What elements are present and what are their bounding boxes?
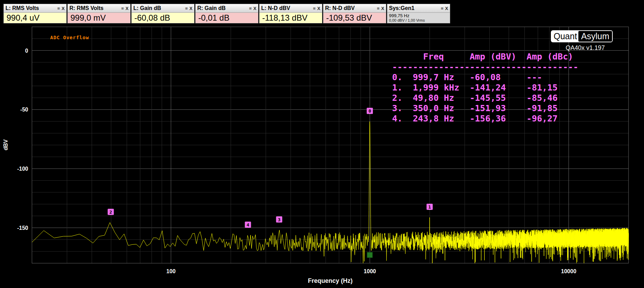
peak-table-row: 3. 350,0 Hz -151,93 -91,85: [392, 103, 578, 114]
logo-asylum-text: Asylum: [578, 31, 612, 42]
peak-marker-number: 1: [428, 204, 431, 210]
meter-menu-icon[interactable]: ≡: [57, 6, 60, 11]
meter-strip: L: RMS Volts≡X990,4 uVR: RMS Volts≡X999,…: [3, 4, 450, 23]
meter-tile-l-gain-db: L: Gain dB≡X-60,08 dB: [131, 4, 195, 23]
meter-value-l-gain-db: -60,08 dB: [132, 13, 194, 23]
peak-table-header: Freq Amp (dBV) Amp (dBc): [392, 52, 578, 62]
meter-menu-icon[interactable]: ≡: [185, 6, 188, 11]
y-tick-label: 0: [25, 48, 28, 54]
meter-tile-l-nd-dbv: L: N-D dBV≡X-118,13 dBV: [259, 4, 322, 23]
meter-close-icon[interactable]: X: [189, 6, 192, 11]
meter-close-icon[interactable]: X: [125, 6, 129, 11]
meter-title: Sys:Gen1: [389, 5, 439, 11]
adc-overflow-warning: ADC Overflow: [50, 35, 89, 40]
meter-value-r-rms-volts: 999,0 mV: [68, 13, 130, 23]
peak-table-divider: ------------------------------------: [392, 62, 578, 72]
x-tick-label: 10000: [561, 268, 577, 274]
generator-freq-readout: 999,75 Hz: [389, 13, 409, 18]
meter-header-l-gain-db: L: Gain dB≡X: [132, 4, 194, 13]
meter-title: R: Gain dB: [197, 5, 247, 11]
meter-title: R: N-D dBV: [325, 5, 375, 11]
peak-marker-number: 4: [247, 222, 249, 227]
generator-marker[interactable]: [367, 252, 373, 258]
meter-tile-l-rms-volts: L: RMS Volts≡X990,4 uV: [3, 4, 67, 23]
y-axis-title: dBV: [3, 139, 9, 150]
spectrum-plot[interactable]: 01234 0-50-100-150100100010000 ADC Overf…: [0, 0, 644, 288]
meter-menu-icon[interactable]: ≡: [377, 6, 380, 11]
peak-markers: 01234: [108, 108, 433, 258]
meter-title: L: N-D dBV: [261, 5, 311, 11]
meter-value-l-nd-dbv: -118,13 dBV: [259, 13, 322, 23]
meter-value-r-gain-db: -0,01 dB: [196, 13, 258, 23]
peak-table-row: 4. 243,8 Hz -156,36 -96,27: [392, 114, 578, 124]
meter-tile-r-gain-db: R: Gain dB≡X-0,01 dB: [195, 4, 258, 23]
peak-marker-number: 0: [368, 108, 371, 114]
meter-menu-icon[interactable]: ≡: [441, 6, 444, 11]
meter-close-icon[interactable]: X: [62, 6, 65, 11]
meter-header-l-rms-volts: L: RMS Volts≡X: [4, 4, 66, 13]
meter-close-icon[interactable]: X: [445, 6, 448, 11]
x-axis-title: Frequency (Hz): [308, 277, 353, 284]
meter-close-icon[interactable]: X: [253, 6, 256, 11]
meter-menu-icon[interactable]: ≡: [121, 6, 124, 11]
meter-tile-r-rms-volts: R: RMS Volts≡X999,0 mV: [67, 4, 131, 23]
meter-header-l-nd-dbv: L: N-D dBV≡X: [259, 4, 322, 13]
meter-header-r-rms-volts: R: RMS Volts≡X: [68, 4, 130, 13]
logo-quant-text: Quant: [552, 31, 578, 42]
x-tick-label: 100: [166, 268, 176, 274]
quantasylum-logo: Quant Asylum: [551, 30, 613, 42]
meter-close-icon[interactable]: X: [317, 6, 320, 11]
meter-header-r-nd-dbv: R: N-D dBV≡X: [323, 4, 386, 13]
meter-tile-r-nd-dbv: R: N-D dBV≡X-109,53 dBV: [323, 4, 386, 23]
meter-close-icon[interactable]: X: [381, 6, 384, 11]
meter-menu-icon[interactable]: ≡: [313, 6, 316, 11]
meter-title: L: Gain dB: [133, 5, 184, 11]
meter-tile-sys-gen1: Sys:Gen1≡X999,75 Hz0,00 dBV / 1,00 Vrms: [387, 4, 450, 23]
firmware-version: QA40x v1.197: [529, 44, 605, 52]
y-tick-label: -100: [17, 166, 28, 172]
y-tick-label: -50: [20, 107, 28, 113]
peak-table: Freq Amp (dBV) Amp (dBc)----------------…: [392, 52, 578, 124]
peak-marker-number: 3: [278, 217, 280, 222]
meter-header-r-gain-db: R: Gain dB≡X: [196, 4, 258, 13]
x-tick-label: 1000: [364, 268, 376, 274]
peak-marker-number: 2: [109, 210, 112, 215]
meter-header-sys-gen1: Sys:Gen1≡X: [387, 4, 450, 13]
meter-menu-icon[interactable]: ≡: [249, 6, 252, 11]
y-tick-label: -150: [17, 225, 28, 231]
meter-value-r-nd-dbv: -109,53 dBV: [323, 13, 386, 23]
meter-value-sys-gen1: 999,75 Hz0,00 dBV / 1,00 Vrms: [387, 13, 450, 23]
meter-title: R: RMS Volts: [69, 5, 120, 11]
qa40x-app-window: L: RMS Volts≡X990,4 uVR: RMS Volts≡X999,…: [0, 0, 644, 288]
peak-table-row: 1. 1,999 kHz -141,24 -81,15: [392, 83, 578, 93]
meter-title: L: RMS Volts: [5, 5, 56, 11]
generator-level-readout: 0,00 dBV / 1,00 Vrms: [389, 18, 425, 23]
peak-table-row: 2. 49,80 Hz -145,55 -85,46: [392, 93, 578, 103]
meter-value-l-rms-volts: 990,4 uV: [4, 13, 66, 23]
peak-table-row: 0. 999,7 Hz -60,08 ---: [392, 72, 578, 83]
